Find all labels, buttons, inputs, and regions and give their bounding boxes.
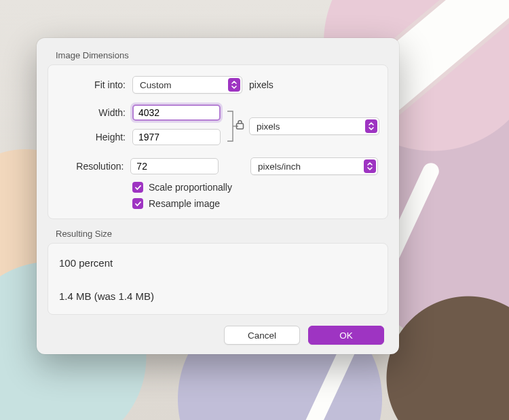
width-height-units-value: pixels bbox=[257, 121, 280, 132]
resulting-size-label: Resulting Size bbox=[37, 219, 399, 243]
resolution-input[interactable] bbox=[130, 158, 219, 174]
fit-into-row: Fit into: Custom pixels bbox=[58, 76, 378, 94]
dialog-footer: Cancel OK bbox=[37, 315, 399, 345]
fit-into-label: Fit into: bbox=[58, 79, 132, 90]
fit-into-value: Custom bbox=[140, 80, 172, 90]
height-input[interactable] bbox=[132, 129, 221, 145]
resulting-filesize: 1.4 MB (was 1.4 MB) bbox=[59, 290, 377, 302]
checkbox-checked-icon bbox=[132, 182, 143, 193]
svg-rect-0 bbox=[237, 123, 244, 129]
width-height-group: Width: Height: bbox=[58, 104, 378, 148]
resulting-percent: 100 percent bbox=[59, 257, 377, 269]
resample-image-row[interactable]: Resample image bbox=[58, 198, 378, 209]
checkbox-checked-icon bbox=[132, 198, 143, 209]
fit-into-select[interactable]: Custom bbox=[132, 76, 242, 94]
resolution-units-select[interactable]: pixels/inch bbox=[250, 157, 378, 175]
height-label: Height: bbox=[58, 132, 132, 142]
resolution-units-value: pixels/inch bbox=[258, 161, 301, 172]
fit-into-unit: pixels bbox=[249, 79, 274, 90]
updown-icon bbox=[228, 78, 240, 92]
resample-image-label: Resample image bbox=[149, 198, 220, 209]
scale-proportionally-row[interactable]: Scale proportionally bbox=[58, 182, 378, 193]
updown-icon bbox=[364, 159, 376, 173]
image-dimensions-label: Image Dimensions bbox=[37, 38, 399, 64]
adjust-size-dialog: Image Dimensions Fit into: Custom pixels… bbox=[37, 38, 399, 354]
resolution-label: Resolution: bbox=[58, 161, 130, 172]
cancel-button[interactable]: Cancel bbox=[224, 326, 300, 345]
link-bracket bbox=[225, 104, 244, 148]
resolution-row: Resolution: pixels/inch bbox=[58, 157, 378, 175]
scale-proportionally-label: Scale proportionally bbox=[149, 182, 232, 193]
width-input[interactable] bbox=[132, 104, 221, 121]
image-dimensions-panel: Fit into: Custom pixels Width: Height: bbox=[48, 64, 388, 219]
width-height-units-select[interactable]: pixels bbox=[249, 117, 379, 135]
ok-button[interactable]: OK bbox=[308, 326, 384, 345]
updown-icon bbox=[365, 119, 377, 133]
resulting-size-panel: 100 percent 1.4 MB (was 1.4 MB) bbox=[48, 243, 388, 315]
width-label: Width: bbox=[58, 107, 132, 118]
